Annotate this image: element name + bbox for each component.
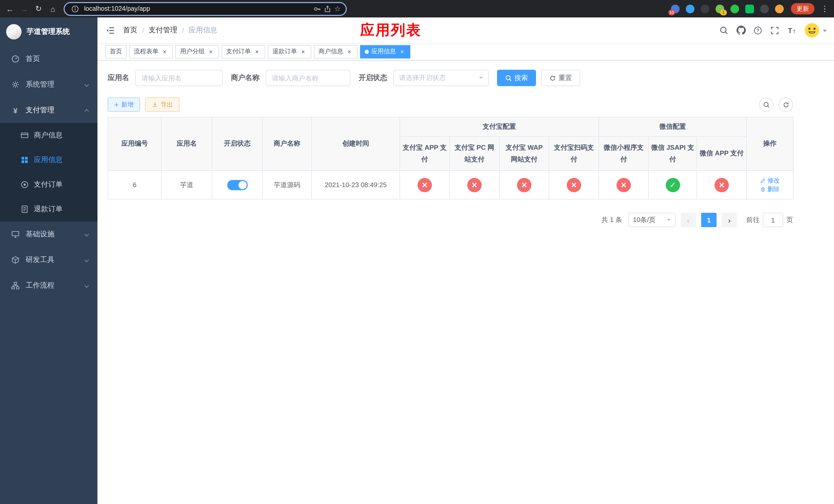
- extension-icon-6[interactable]: [745, 4, 754, 13]
- search-button[interactable]: 搜索: [497, 70, 536, 86]
- col-alipay-wap: 支付宝 WAP 网站支付: [499, 137, 549, 170]
- sidebar-item-payment-orders[interactable]: 支付订单: [0, 172, 97, 197]
- export-button[interactable]: 导出: [145, 97, 179, 112]
- tab-process-form[interactable]: 流程表单×: [129, 45, 173, 58]
- next-page-button[interactable]: ›: [722, 213, 737, 227]
- browser-menu-icon[interactable]: ⋮: [821, 4, 829, 13]
- sidebar-logo[interactable]: 芋道管理系统: [0, 18, 97, 46]
- dashboard-icon: [11, 55, 20, 63]
- add-button[interactable]: + 新增: [108, 97, 140, 112]
- pagination: 共 1 条 10条/页 ‹ 1 › 前往 页: [108, 213, 793, 227]
- sidebar-item-system[interactable]: 系统管理: [0, 72, 97, 97]
- extension-icon-7[interactable]: [760, 4, 769, 13]
- browser-back-button[interactable]: ←: [3, 2, 16, 15]
- tab-merchant-info[interactable]: 商户信息×: [314, 45, 357, 58]
- prev-page-button[interactable]: ‹: [681, 213, 696, 227]
- goto-page-input[interactable]: [763, 213, 783, 227]
- sidebar-item-home[interactable]: 首页: [0, 46, 97, 72]
- close-icon[interactable]: ×: [207, 48, 214, 55]
- edit-link[interactable]: 修改: [760, 176, 780, 185]
- tab-user-group[interactable]: 用户分组×: [175, 45, 219, 58]
- page-content: 应用名 商户名称 开启状态 请选择开启状态: [97, 61, 834, 504]
- search-icon[interactable]: [716, 22, 732, 39]
- col-wechat-mini: 微信小程序支付: [599, 137, 649, 170]
- chevron-down-icon: [667, 219, 671, 223]
- extension-icon-3[interactable]: [701, 4, 709, 13]
- wechat-mini-status-icon: [616, 178, 631, 192]
- delete-link[interactable]: 删除: [760, 185, 780, 193]
- status-select[interactable]: 请选择开启状态: [393, 70, 489, 86]
- cell-app-name: 芋道: [161, 170, 212, 199]
- sidebar-item-label: 支付管理: [26, 106, 54, 115]
- sidebar-item-label: 研发工具: [26, 255, 54, 265]
- hamburger-icon[interactable]: [97, 18, 123, 43]
- top-navbar: 首页 / 支付管理 / 应用信息 应用列表 ?: [97, 18, 834, 43]
- sidebar-item-payment[interactable]: ¥ 支付管理: [0, 97, 97, 123]
- extension-icon-1[interactable]: 10: [671, 4, 680, 13]
- sidebar-item-dev-tools[interactable]: 研发工具: [0, 247, 97, 273]
- sidebar-item-label: 基础设施: [26, 230, 54, 239]
- browser-forward-button[interactable]: →: [18, 2, 31, 15]
- sidebar-item-label: 支付订单: [34, 180, 63, 189]
- sidebar-item-refund-orders[interactable]: 退款订单: [0, 197, 97, 222]
- sidebar-item-infrastructure[interactable]: 基础设施: [0, 222, 97, 247]
- help-icon[interactable]: ?: [749, 22, 766, 39]
- page-number-1[interactable]: 1: [701, 213, 717, 227]
- browser-home-button[interactable]: ⌂: [46, 2, 60, 15]
- fullscreen-icon[interactable]: [766, 22, 783, 39]
- password-key-icon[interactable]: [312, 4, 322, 14]
- toggle-search-button[interactable]: [759, 97, 773, 112]
- tab-refund-orders[interactable]: 退款订单×: [268, 45, 311, 58]
- tab-payment-orders[interactable]: 支付订单×: [222, 45, 265, 58]
- col-alipay-pc: 支付宝 PC 网站支付: [449, 137, 499, 170]
- extension-icon-5[interactable]: [730, 4, 739, 13]
- app-table: 应用编号 应用名 开启状态 商户名称 创建时间 支付宝配置 微信配置 操作 支付…: [108, 117, 793, 200]
- user-menu[interactable]: [804, 23, 827, 38]
- breadcrumb-item-payment[interactable]: 支付管理: [149, 26, 177, 35]
- extensions-area: 10 1: [671, 4, 784, 13]
- chevron-down-icon: [85, 258, 89, 262]
- tab-app-info[interactable]: 应用信息×: [360, 45, 410, 58]
- close-icon[interactable]: ×: [300, 48, 307, 55]
- breadcrumb-item-home[interactable]: 首页: [123, 26, 137, 35]
- close-icon[interactable]: ×: [254, 48, 261, 55]
- page-title: 应用列表: [360, 21, 422, 40]
- col-ops: 操作: [747, 117, 793, 170]
- share-icon[interactable]: [322, 4, 332, 14]
- merchant-name-label: 商户名称: [231, 73, 266, 83]
- extension-badge: 10: [668, 9, 675, 15]
- cell-app-id: 6: [108, 170, 161, 199]
- site-info-icon[interactable]: [70, 4, 80, 14]
- page-size-select[interactable]: 10条/页: [628, 213, 676, 227]
- extension-icon-8[interactable]: [775, 4, 784, 13]
- close-icon[interactable]: ×: [161, 48, 168, 55]
- pagination-total: 共 1 条: [601, 215, 622, 225]
- chevron-up-icon: [85, 109, 89, 114]
- extension-icon-2[interactable]: [686, 4, 695, 13]
- close-icon[interactable]: ×: [346, 48, 353, 55]
- cube-icon: [11, 256, 20, 264]
- address-bar[interactable]: localhost:1024/pay/app ☆: [64, 2, 347, 16]
- breadcrumb: 首页 / 支付管理 / 应用信息: [123, 26, 218, 35]
- github-icon[interactable]: [732, 22, 749, 39]
- font-size-icon[interactable]: TT: [783, 22, 800, 39]
- browser-reload-button[interactable]: ↻: [32, 2, 45, 15]
- app-name-input[interactable]: [135, 70, 223, 86]
- browser-update-button[interactable]: 更新: [791, 3, 814, 14]
- refresh-button[interactable]: [778, 97, 793, 112]
- tab-home[interactable]: 首页: [105, 45, 127, 58]
- sidebar-item-merchant-info[interactable]: 商户信息: [0, 123, 97, 148]
- enable-status-switch[interactable]: [227, 180, 247, 190]
- col-wechat-app: 微信 APP 支付: [697, 137, 747, 170]
- bookmark-star-icon[interactable]: ☆: [332, 4, 343, 14]
- merchant-name-input[interactable]: [266, 70, 350, 86]
- chevron-down-icon: [85, 232, 89, 237]
- close-icon[interactable]: ×: [398, 48, 406, 55]
- reset-button[interactable]: 重置: [541, 70, 580, 86]
- extension-icon-4[interactable]: 1: [716, 4, 724, 13]
- sidebar-item-app-info[interactable]: 应用信息: [0, 148, 97, 172]
- col-merchant-name: 商户名称: [262, 117, 312, 170]
- sidebar-item-workflow[interactable]: 工作流程: [0, 273, 97, 298]
- col-alipay-qr: 支付宝扫码支付: [549, 137, 599, 170]
- workflow-icon: [11, 281, 20, 290]
